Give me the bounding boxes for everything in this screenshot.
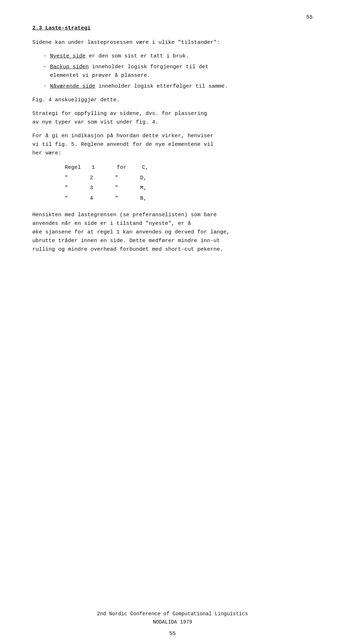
section-heading: 2.3 Laste-strategi	[32, 25, 313, 31]
rule-row-4: " 4 " B,	[65, 194, 313, 204]
rule-row-1: Regel 1 for C,	[65, 163, 313, 173]
rule-col-1-1: Regel	[65, 163, 81, 173]
rule-col-2-4: D,	[140, 173, 155, 184]
rule-col-1-3: for	[117, 163, 131, 173]
footer-line-2: NODALIDA 1979	[0, 618, 345, 626]
rule-col-3-2: 3	[90, 183, 104, 194]
rule-row-3: " 3 " M,	[65, 183, 313, 194]
rule-col-4-2: 4	[90, 194, 104, 204]
page: 55 2.3 Laste-strategi Sidene kan under l…	[0, 0, 345, 644]
intro-paragraph: Sidene kan under lasteprosessen være i u…	[32, 38, 313, 47]
page-number-top: 55	[306, 14, 313, 20]
bullet-item-2: - Backup siden inneholder logisk forgjen…	[43, 63, 313, 80]
rule-row-2: " 2 " D,	[65, 173, 313, 184]
bullet-dash-1: -	[43, 52, 46, 61]
rule-col-2-2: 2	[90, 173, 104, 184]
bullet-bold-2: Backup siden	[50, 64, 89, 70]
bullet-rest-1: er den som sist er tatt i bruk.	[86, 53, 189, 59]
bullet-bold-3: Nåværende side	[50, 83, 95, 89]
indikasjon-paragraph: For å gi en indikasjon på hvordan dette …	[32, 132, 313, 158]
bullet-bold-1: Nyeste side	[50, 53, 86, 59]
bullet-dash-2: -	[43, 63, 46, 71]
rule-col-4-1: "	[65, 194, 79, 204]
rule-col-2-1: "	[65, 173, 79, 184]
rule-col-3-4: M,	[140, 183, 155, 194]
bullet-list: - Nyeste side er den som sist er tatt i …	[43, 52, 313, 91]
rule-table: Regel 1 for C, " 2 " D, " 3 " M, " 4 " B…	[65, 163, 313, 204]
rule-col-3-3: "	[115, 183, 129, 194]
rule-col-4-3: "	[115, 194, 129, 204]
rule-col-4-4: B,	[140, 194, 155, 204]
strategi-paragraph: Strategi for oppfylling av sidene, dvs. …	[32, 110, 313, 127]
bullet-item-1: - Nyeste side er den som sist er tatt i …	[43, 52, 313, 61]
hensikt-paragraph: Hensikten med lastegrensen (se preferans…	[32, 211, 313, 254]
bullet-dash-3: -	[43, 82, 46, 91]
bullet-rest-3: inneholder logisk etterfølger til samme.	[95, 83, 228, 89]
bullet-item-3: - Nåværende side inneholder logisk etter…	[43, 82, 313, 91]
page-number-bottom: 55	[0, 631, 345, 637]
rule-col-3-1: "	[65, 183, 79, 194]
rule-col-2-3: "	[115, 173, 129, 184]
rule-col-1-4: C,	[142, 163, 156, 173]
rule-col-1-2: 1	[92, 163, 106, 173]
fig-note: Fig. 4 anskueliggjør dette.	[32, 96, 313, 105]
footer: 2nd Nordic Conference of Computational L…	[0, 610, 345, 626]
footer-line-1: 2nd Nordic Conference of Computational L…	[0, 610, 345, 618]
